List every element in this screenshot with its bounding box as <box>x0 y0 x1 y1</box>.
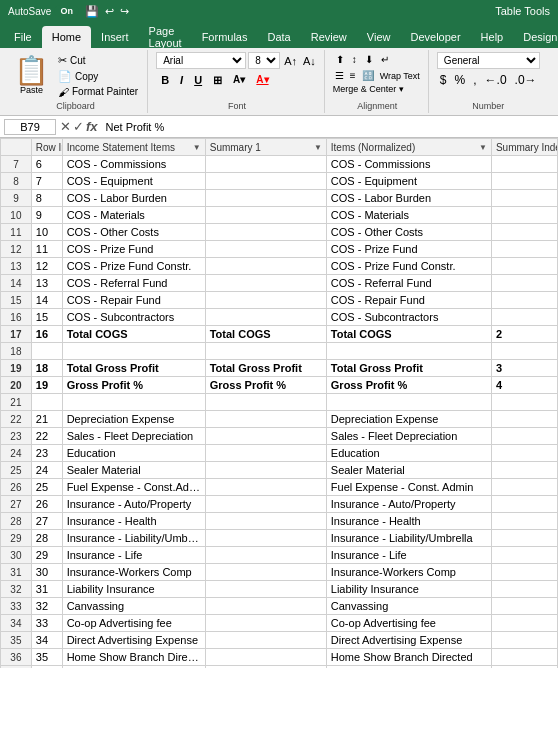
cell-items-norm[interactable]: Total Gross Profit <box>326 360 491 377</box>
cell-row-index[interactable]: 13 <box>31 275 62 292</box>
font-size-select[interactable]: 8 <box>248 52 280 69</box>
cell-summary-idx[interactable] <box>491 207 557 224</box>
align-left-icon[interactable]: ☰ <box>333 69 346 82</box>
cell-items-norm[interactable]: COS - Prize Fund Constr. <box>326 258 491 275</box>
cell-summary1[interactable] <box>205 258 326 275</box>
cell-income[interactable]: Sweepstakes Contributions <box>62 666 205 669</box>
align-middle-icon[interactable]: ↕ <box>349 52 360 67</box>
tab-view[interactable]: View <box>357 26 401 48</box>
cell-summary-idx[interactable] <box>491 173 557 190</box>
cell-row-index[interactable]: 30 <box>31 564 62 581</box>
cell-summary1[interactable] <box>205 156 326 173</box>
decrease-font-icon[interactable]: A↓ <box>301 54 318 68</box>
autosave-toggle[interactable]: On <box>54 5 79 17</box>
table-row[interactable]: 14 13 COS - Referral Fund COS - Referral… <box>1 275 558 292</box>
cell-row-index[interactable]: 12 <box>31 258 62 275</box>
cell-row-index[interactable]: 11 <box>31 241 62 258</box>
cell-items-norm[interactable]: COS - Subcontractors <box>326 309 491 326</box>
fill-color-button[interactable]: A▾ <box>228 72 250 89</box>
cell-summary1[interactable] <box>205 173 326 190</box>
table-row[interactable]: 18 <box>1 343 558 360</box>
cell-summary1[interactable] <box>205 343 326 360</box>
cell-row-index[interactable]: 6 <box>31 156 62 173</box>
cell-income[interactable]: Insurance-Workers Comp <box>62 564 205 581</box>
cell-income[interactable]: Insurance - Auto/Property <box>62 496 205 513</box>
number-format-select[interactable]: General <box>437 52 540 69</box>
cell-summary-idx[interactable] <box>491 581 557 598</box>
formula-input[interactable] <box>102 120 554 134</box>
cell-income[interactable]: COS - Referral Fund <box>62 275 205 292</box>
cell-summary-idx[interactable]: 3 <box>491 360 557 377</box>
col-header-summary-idx[interactable]: Summary Index ▼ <box>491 139 557 156</box>
col-header-income-items[interactable]: Income Statement Items ▼ <box>62 139 205 156</box>
cell-income[interactable]: COS - Commissions <box>62 156 205 173</box>
cell-items-norm[interactable]: Insurance - Health <box>326 513 491 530</box>
cell-income[interactable]: COS - Equipment <box>62 173 205 190</box>
cell-summary1[interactable] <box>205 241 326 258</box>
cell-income[interactable]: COS - Labor Burden <box>62 190 205 207</box>
font-name-select[interactable]: Arial <box>156 52 246 69</box>
cell-summary-idx[interactable] <box>491 309 557 326</box>
save-icon[interactable]: 💾 <box>85 5 99 18</box>
cell-row-index[interactable]: 34 <box>31 632 62 649</box>
cell-items-norm[interactable]: Insurance - Life <box>326 547 491 564</box>
table-row[interactable]: 34 33 Co-op Advertising fee Co-op Advert… <box>1 615 558 632</box>
cell-summary-idx[interactable] <box>491 632 557 649</box>
cell-row-index[interactable]: 26 <box>31 496 62 513</box>
cell-income[interactable]: COS - Other Costs <box>62 224 205 241</box>
cell-income[interactable]: Total COGS <box>62 326 205 343</box>
currency-button[interactable]: $ <box>437 72 450 88</box>
table-row[interactable]: 20 19 Gross Profit % Gross Profit % Gros… <box>1 377 558 394</box>
cell-summary1[interactable] <box>205 207 326 224</box>
cell-summary1[interactable]: Total COGS <box>205 326 326 343</box>
tab-file[interactable]: File <box>4 26 42 48</box>
cell-summary-idx[interactable] <box>491 666 557 669</box>
comma-button[interactable]: , <box>470 72 479 88</box>
cell-row-index[interactable]: 15 <box>31 309 62 326</box>
table-row[interactable]: 13 12 COS - Prize Fund Constr. COS - Pri… <box>1 258 558 275</box>
cell-summary1[interactable] <box>205 428 326 445</box>
items-norm-filter-icon[interactable]: ▼ <box>479 143 487 152</box>
table-row[interactable]: 36 35 Home Show Branch Directed Home Sho… <box>1 649 558 666</box>
increase-font-icon[interactable]: A↑ <box>282 54 299 68</box>
format-painter-button[interactable]: 🖌 Format Painter <box>55 85 141 99</box>
cell-income[interactable] <box>62 394 205 411</box>
cell-summary-idx[interactable] <box>491 156 557 173</box>
income-items-filter-icon[interactable]: ▼ <box>193 143 201 152</box>
col-header-items-norm[interactable]: Items (Normalized) ▼ <box>326 139 491 156</box>
cell-income[interactable]: COS - Materials <box>62 207 205 224</box>
table-row[interactable]: 10 9 COS - Materials COS - Materials <box>1 207 558 224</box>
cell-summary1[interactable] <box>205 190 326 207</box>
cell-items-norm[interactable] <box>326 343 491 360</box>
cell-row-index[interactable]: 24 <box>31 462 62 479</box>
redo-icon[interactable]: ↪ <box>120 5 129 18</box>
cell-row-index[interactable]: 25 <box>31 479 62 496</box>
cell-summary1[interactable] <box>205 564 326 581</box>
wrap-text-button[interactable]: Wrap Text <box>378 70 422 82</box>
cell-summary-idx[interactable] <box>491 258 557 275</box>
cell-row-index[interactable]: 27 <box>31 513 62 530</box>
cell-summary-idx[interactable] <box>491 479 557 496</box>
cell-income[interactable]: Depreciation Expense <box>62 411 205 428</box>
table-row[interactable]: 27 26 Insurance - Auto/Property Insuranc… <box>1 496 558 513</box>
cell-row-index[interactable]: 31 <box>31 581 62 598</box>
cell-income[interactable]: Liability Insurance <box>62 581 205 598</box>
tab-formulas[interactable]: Formulas <box>192 26 258 48</box>
table-row[interactable]: 25 24 Sealer Material Sealer Material <box>1 462 558 479</box>
table-row[interactable]: 9 8 COS - Labor Burden COS - Labor Burde… <box>1 190 558 207</box>
cell-summary-idx[interactable] <box>491 564 557 581</box>
tab-developer[interactable]: Developer <box>400 26 470 48</box>
increase-decimal-button[interactable]: .0→ <box>512 72 540 88</box>
cell-summary-idx[interactable] <box>491 394 557 411</box>
cell-items-norm[interactable]: Sweepstakes Contributions <box>326 666 491 669</box>
cell-row-index[interactable]: 35 <box>31 649 62 666</box>
cell-income[interactable]: COS - Prize Fund Constr. <box>62 258 205 275</box>
cell-row-index[interactable] <box>31 343 62 360</box>
cell-summary-idx[interactable] <box>491 224 557 241</box>
cell-summary1[interactable] <box>205 394 326 411</box>
cell-items-norm[interactable]: Home Show Branch Directed <box>326 649 491 666</box>
cell-summary1[interactable] <box>205 666 326 669</box>
cell-items-norm[interactable]: Education <box>326 445 491 462</box>
cell-summary-idx[interactable] <box>491 462 557 479</box>
cell-items-norm[interactable]: COS - Other Costs <box>326 224 491 241</box>
